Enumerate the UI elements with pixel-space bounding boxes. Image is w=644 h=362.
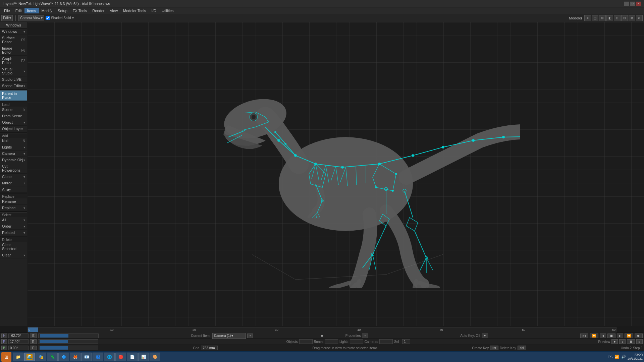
sidebar-btn-related[interactable]: Related ▾ [0, 230, 27, 236]
sidebar-btn-windows-arrow[interactable]: Windows ▾ [0, 28, 27, 35]
create-key-shortcut[interactable]: ret [490, 346, 498, 350]
rtb-btn-5[interactable]: ⊟ [614, 15, 621, 21]
delete-key-shortcut[interactable]: del [518, 346, 526, 350]
menu-edit[interactable]: Edit [13, 8, 24, 13]
transport-start[interactable]: ⏮ [580, 334, 588, 338]
viewport[interactable] [28, 22, 644, 326]
p-e-btn[interactable]: E [30, 339, 37, 344]
sidebar-btn-array[interactable]: Array [0, 186, 27, 193]
maximize-button[interactable]: □ [630, 1, 635, 6]
sidebar-btn-clone[interactable]: Clone ▾ [0, 174, 27, 180]
sidebar-btn-object-layer[interactable]: Object Layer [0, 126, 27, 132]
preview-dropdown[interactable]: ▾ [611, 339, 618, 344]
sidebar-btn-image-editor[interactable]: Image Editor F6 [0, 45, 27, 56]
taskbar-app-app1[interactable]: 🎭 [36, 353, 46, 361]
label-replace: Replace [0, 194, 27, 198]
sidebar-btn-all[interactable]: All ▾ [0, 217, 27, 223]
menu-view[interactable]: View [107, 8, 120, 13]
taskbar-app-firefox[interactable]: 🦊 [70, 353, 80, 361]
rtb-btn-8[interactable]: ⊕ [636, 15, 643, 21]
transport-next[interactable]: ⏩ [625, 334, 633, 338]
rtb-btn-1[interactable]: ≡ [584, 15, 591, 21]
h-slider[interactable]: 0 [38, 334, 99, 338]
sidebar-btn-mirror[interactable]: Mirror / [0, 180, 27, 186]
taskbar-app-app8[interactable]: 🎨 [150, 353, 160, 361]
h-e-btn[interactable]: E [30, 334, 37, 338]
menu-file[interactable]: File [1, 8, 13, 13]
menu-modify[interactable]: Modify [39, 8, 55, 13]
b-slider[interactable] [38, 346, 98, 350]
sidebar-btn-studio-live[interactable]: Studio LIVE [0, 76, 27, 83]
preview-btn-3[interactable]: ▸ [636, 339, 643, 344]
minimize-button[interactable]: _ [624, 1, 629, 6]
cameras-field[interactable] [379, 339, 393, 344]
current-item-dropdown[interactable]: Camera (1) ▾ [212, 333, 246, 339]
sidebar-btn-null[interactable]: Null N [0, 138, 27, 144]
taskbar-app-app6[interactable]: 🔴 [115, 353, 126, 361]
menu-modelertools[interactable]: Modeler Tools [120, 8, 149, 13]
sidebar-btn-rename[interactable]: Rename [0, 198, 27, 205]
sidebar-btn-scene-editor[interactable]: Scene Editor ▾ [0, 83, 27, 89]
preview-btn-1[interactable]: ◂ [619, 339, 626, 344]
camera-view-dropdown[interactable]: Camera View ▾ [18, 15, 44, 21]
sidebar-btn-graph-editor[interactable]: Graph Editor F2 [0, 56, 27, 66]
sidebar-btn-surface-editor[interactable]: Surface Editor F5 [0, 35, 27, 45]
taskbar-app-app3[interactable]: 🔷 [58, 353, 69, 361]
start-button[interactable]: ⊞ [1, 352, 11, 362]
rtb-btn-6[interactable]: ⊡ [621, 15, 628, 21]
sidebar-btn-clear-selected[interactable]: Clear Selected [0, 242, 27, 252]
taskbar-app-pdf[interactable]: 📄 [127, 353, 138, 361]
menu-fxtools[interactable]: FX Tools [70, 8, 90, 13]
sidebar-btn-scene[interactable]: Scene k [0, 107, 27, 113]
sidebar-btn-replace[interactable]: Replace ▾ [0, 205, 27, 211]
menu-items[interactable]: Items [24, 8, 39, 13]
transport-stop[interactable]: ⏹ [607, 334, 615, 338]
menu-render[interactable]: Render [90, 8, 107, 13]
menu-setup[interactable]: Setup [55, 8, 70, 13]
objects-field[interactable] [299, 339, 313, 344]
sidebar-btn-dynamic-obj[interactable]: Dynamic Obj ▾ [0, 157, 27, 163]
auto-key-dropdown[interactable]: ▾ [482, 334, 488, 338]
taskbar-app-app5[interactable]: 🌀 [93, 353, 103, 361]
shading-checkbox[interactable]: Shaded Solid ▾ [46, 16, 74, 20]
close-button[interactable]: ✕ [636, 1, 641, 6]
taskbar-app-explorer[interactable]: 📁 [13, 353, 23, 361]
menu-utilities[interactable]: Utilities [159, 8, 176, 13]
sidebar-btn-cvt-powergons[interactable]: Cvt Powergons [0, 163, 27, 174]
edit-dropdown[interactable]: Edit ▾ [1, 15, 13, 21]
taskbar-app-lightwave[interactable]: 🌊 [24, 353, 35, 361]
systray-lang[interactable]: ES [607, 354, 613, 360]
sidebar-btn-camera[interactable]: Camera ▾ [0, 150, 27, 157]
transport-prev[interactable]: ⏪ [590, 334, 598, 338]
properties-btn[interactable]: ▪ [362, 334, 368, 338]
current-item-prop[interactable]: ▪ [247, 334, 253, 338]
rtb-btn-4[interactable]: ◧ [606, 15, 613, 21]
sidebar-btn-order[interactable]: Order ▾ [0, 223, 27, 230]
sidebar-btn-parent-in-place[interactable]: Parent in Place [0, 90, 27, 101]
transport-next-frame[interactable]: ▸ [617, 334, 623, 338]
rtb-btn-7[interactable]: ⊠ [629, 15, 635, 21]
taskbar-app-chrome[interactable]: 🌐 [104, 353, 115, 361]
lights-field[interactable] [350, 339, 363, 344]
systray-icon1[interactable]: 📶 [614, 354, 620, 360]
taskbar-app-app4[interactable]: 📧 [81, 353, 92, 361]
rtb-btn-2[interactable]: ◫ [592, 15, 598, 21]
sidebar-btn-clear[interactable]: Clear ▾ [0, 252, 27, 258]
preview-btn-2[interactable]: ⏸ [627, 339, 635, 344]
bones-field[interactable] [325, 339, 338, 344]
taskbar-app-app2[interactable]: 🦎 [47, 353, 58, 361]
sidebar-btn-from-scene[interactable]: From Scene [0, 113, 27, 119]
transport-end[interactable]: ⏭ [635, 334, 643, 338]
timeline[interactable]: 0 10 20 30 40 50 60 60 [0, 326, 644, 333]
menu-io[interactable]: I/O [149, 8, 159, 13]
systray-icon2[interactable]: 🔊 [621, 354, 626, 360]
rtb-btn-3[interactable]: ⊞ [599, 15, 606, 21]
sidebar-btn-object[interactable]: Object ▾ [0, 119, 27, 126]
transport-prev-frame[interactable]: ◂ [600, 334, 606, 338]
taskbar-clock[interactable]: 23:20 29/12/2021 [628, 353, 643, 360]
taskbar-app-app7[interactable]: 📊 [138, 353, 149, 361]
sidebar-btn-lights[interactable]: Lights ▾ [0, 144, 27, 150]
p-slider[interactable] [38, 339, 98, 344]
b-e-btn[interactable]: E [30, 346, 37, 350]
sidebar-btn-virtual-studio[interactable]: Virtual Studio ▾ [0, 66, 27, 76]
